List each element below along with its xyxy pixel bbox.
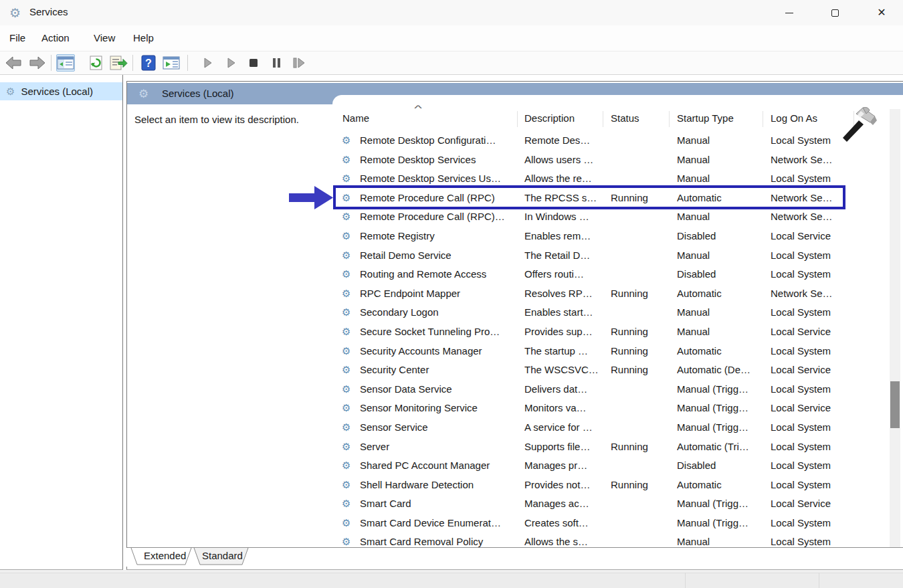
- service-log-on-as: Local System: [771, 437, 858, 457]
- column-separator[interactable]: [763, 111, 763, 127]
- service-row[interactable]: ⚙Sensor ServiceA service for …Manual (Tr…: [332, 418, 890, 437]
- show-action-pane-icon[interactable]: [162, 54, 181, 72]
- service-description: Supports file…: [524, 437, 603, 457]
- column-header-status[interactable]: Status: [611, 112, 639, 124]
- service-row[interactable]: ⚙Shared PC Account ManagerManages pr…Dis…: [332, 456, 890, 476]
- forward-icon[interactable]: [28, 54, 47, 72]
- service-description: Delivers dat…: [524, 380, 603, 399]
- show-console-tree-icon[interactable]: [56, 54, 75, 72]
- minimize-button[interactable]: [774, 0, 805, 25]
- service-status: [611, 456, 670, 476]
- service-gear-icon: ⚙: [342, 476, 355, 495]
- service-row[interactable]: ⚙Shell Hardware DetectionProvides not…Ru…: [332, 476, 890, 495]
- service-startup-type: Manual: [677, 322, 761, 342]
- service-status: Running: [611, 437, 670, 457]
- service-name: Smart Card Device Enumerat…: [360, 514, 515, 533]
- service-row[interactable]: ⚙Remote Procedure Call (RPC)…In Windows …: [332, 207, 890, 227]
- service-log-on-as: Local Service: [771, 322, 858, 342]
- column-separator[interactable]: [603, 111, 603, 127]
- start-service-icon[interactable]: [198, 54, 217, 72]
- scrollbar-thumb[interactable]: [890, 381, 900, 428]
- resume-service-icon[interactable]: [221, 54, 240, 72]
- refresh-icon[interactable]: [87, 54, 106, 72]
- tab-extended[interactable]: Extended: [144, 550, 186, 561]
- stop-service-icon[interactable]: [244, 54, 263, 72]
- annotation-arrow-icon: [289, 185, 334, 213]
- service-row[interactable]: ⚙ServerSupports file…RunningAutomatic (T…: [332, 437, 890, 457]
- service-gear-icon: ⚙: [342, 265, 355, 284]
- restart-service-icon[interactable]: [289, 54, 308, 72]
- service-row[interactable]: ⚙Routing and Remote AccessOffers routi…D…: [332, 265, 890, 284]
- service-row[interactable]: ⚙RPC Endpoint MapperResolves RP…RunningA…: [332, 284, 890, 304]
- vertical-scrollbar[interactable]: [890, 109, 900, 547]
- service-log-on-as: Local System: [771, 265, 858, 284]
- export-list-icon[interactable]: [109, 54, 128, 72]
- service-row[interactable]: ⚙Retail Demo ServiceThe Retail D…ManualL…: [332, 246, 890, 266]
- service-row[interactable]: ⚙Security CenterThe WSCSVC…RunningAutoma…: [332, 361, 890, 380]
- tree-item-services-local[interactable]: ⚙ Services (Local): [0, 82, 122, 100]
- service-gear-icon: ⚙: [342, 322, 355, 342]
- column-header-description[interactable]: Description: [524, 112, 575, 124]
- service-startup-type: Manual (Trigg…: [677, 399, 761, 418]
- service-row[interactable]: ⚙Security Accounts ManagerThe startup …R…: [332, 342, 890, 361]
- service-description: Allows users …: [524, 151, 603, 170]
- service-row[interactable]: ⚙Smart Card Device Enumerat…Creates soft…: [332, 514, 890, 533]
- service-status: [611, 494, 670, 514]
- service-log-on-as: Local System: [771, 303, 858, 322]
- service-status: Running: [611, 361, 670, 380]
- column-header-log-on-as[interactable]: Log On As: [771, 112, 817, 124]
- service-gear-icon: ⚙: [342, 514, 355, 533]
- service-row[interactable]: ⚙Sensor Monitoring ServiceMonitors va…Ma…: [332, 399, 890, 418]
- service-row[interactable]: ⚙Smart CardManages ac…Manual (Trigg…Loca…: [332, 494, 890, 514]
- service-log-on-as: Local System: [771, 514, 858, 533]
- service-startup-type: Manual: [677, 207, 761, 227]
- service-startup-type: Manual: [677, 532, 761, 547]
- service-description: Provides sup…: [524, 322, 603, 342]
- service-gear-icon: ⚙: [342, 361, 355, 380]
- service-name: Remote Procedure Call (RPC)…: [360, 207, 515, 227]
- menu-file[interactable]: File: [9, 32, 25, 43]
- column-header-startup-type[interactable]: Startup Type: [677, 112, 734, 124]
- service-log-on-as: Network Se…: [771, 151, 858, 170]
- service-row[interactable]: ⚙Remote Desktop Configurati…Remote Des…M…: [332, 131, 890, 151]
- panel-header-title: Services (Local): [162, 88, 234, 99]
- column-separator[interactable]: [517, 111, 518, 127]
- service-gear-icon: ⚙: [342, 494, 355, 514]
- toolbar-separator: [51, 55, 52, 71]
- pause-service-icon[interactable]: [267, 54, 286, 72]
- close-button[interactable]: ✕: [866, 0, 897, 25]
- service-description: Manages ac…: [524, 494, 603, 514]
- column-separator[interactable]: [669, 111, 670, 127]
- service-row[interactable]: ⚙Remote Desktop ServicesAllows users …Ma…: [332, 151, 890, 170]
- console-tree-pane: ⚙ Services (Local): [0, 75, 123, 570]
- service-gear-icon: ⚙: [342, 380, 355, 399]
- panel-header: ⚙ Services (Local): [127, 83, 903, 104]
- list-column-headers: ^ Name Description Status Startup Type L…: [332, 107, 890, 131]
- taskbar-strip: [0, 573, 903, 588]
- sort-ascending-icon: ^: [414, 103, 422, 113]
- service-row[interactable]: ⚙Remote RegistryEnables rem…DisabledLoca…: [332, 227, 890, 246]
- menu-view[interactable]: View: [94, 32, 115, 43]
- service-row[interactable]: ⚙Secondary LogonEnables start…ManualLoca…: [332, 303, 890, 322]
- service-gear-icon: ⚙: [342, 418, 355, 437]
- service-row[interactable]: ⚙Sensor Data ServiceDelivers dat…Manual …: [332, 380, 890, 399]
- service-description: In Windows …: [524, 207, 603, 227]
- service-startup-type: Manual: [677, 303, 761, 322]
- service-description: The WSCSVC…: [524, 361, 603, 380]
- menu-action[interactable]: Action: [41, 32, 70, 43]
- service-row[interactable]: ⚙Smart Card Removal PolicyAllows the s…M…: [332, 532, 890, 547]
- service-row[interactable]: ⚙Secure Socket Tunneling Pro…Provides su…: [332, 322, 890, 342]
- service-log-on-as: Local Service: [771, 494, 858, 514]
- back-icon[interactable]: [4, 54, 23, 72]
- column-header-name[interactable]: Name: [342, 112, 369, 124]
- svg-text:?: ?: [145, 58, 152, 69]
- service-startup-type: Disabled: [677, 456, 761, 476]
- service-log-on-as: Network Se…: [771, 284, 858, 304]
- menu-help[interactable]: Help: [133, 32, 154, 43]
- service-startup-type: Disabled: [677, 227, 761, 246]
- maximize-button[interactable]: [819, 0, 850, 25]
- help-icon[interactable]: ?: [139, 54, 158, 72]
- service-description: Provides not…: [524, 476, 603, 495]
- service-description: Allows the s…: [524, 532, 603, 547]
- tab-standard[interactable]: Standard: [202, 550, 243, 561]
